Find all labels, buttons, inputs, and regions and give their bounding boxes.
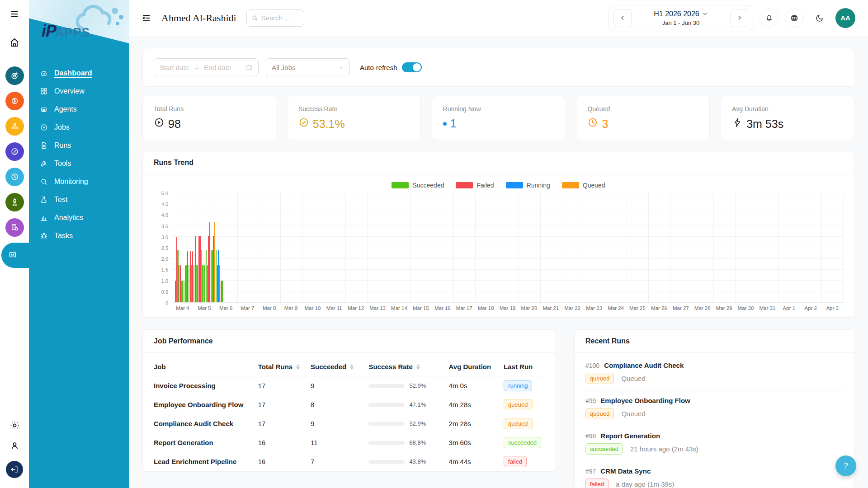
end-date-placeholder[interactable]: End date <box>204 64 231 71</box>
table-header-row: Job Total Runs Succeeded Success Rate Av… <box>154 356 545 376</box>
x-axis-tick: Mar 28 <box>692 305 713 311</box>
date-range-picker[interactable]: Start date → End date <box>154 58 259 76</box>
chart-bar-succeeded <box>202 265 203 302</box>
next-period-button[interactable] <box>730 9 748 27</box>
logout-icon[interactable] <box>6 461 23 478</box>
y-axis-tick: 4.0 <box>161 212 168 218</box>
run-name: Report Generation <box>600 432 660 440</box>
stat-value: 3m 53s <box>746 117 783 131</box>
search-input[interactable] <box>261 14 299 22</box>
column-header-total-runs[interactable]: Total Runs <box>258 356 311 376</box>
stat-value: 98 <box>168 117 181 131</box>
recent-run-item[interactable]: #100 Compliance Audit Check queued Queue… <box>585 356 843 391</box>
clock-icon <box>587 117 598 128</box>
workflow-app-icon[interactable] <box>5 117 24 136</box>
app-logo[interactable]: iP APPS <box>29 0 129 57</box>
legend-item-running[interactable]: Running <box>506 182 550 189</box>
clock-app-icon[interactable] <box>5 168 24 186</box>
column-header-succeeded[interactable]: Succeeded <box>311 356 368 376</box>
status-badge: queued <box>585 408 614 419</box>
table-row[interactable]: Compliance Audit Check 17 9 52.9% 2m 28s… <box>154 414 545 433</box>
avg-duration-cell: 4m 0s <box>449 376 504 395</box>
auto-refresh-toggle[interactable] <box>402 62 422 72</box>
sidebar-item-jobs[interactable]: Jobs <box>29 118 129 136</box>
success-rate-value: 68.8% <box>409 439 426 446</box>
chart-bar-succeeded <box>201 250 202 302</box>
sidebar-item-dashboard[interactable]: Dashboard <box>29 64 129 82</box>
x-axis-tick: Mar 13 <box>367 305 388 311</box>
search-box[interactable] <box>246 9 304 27</box>
sidebar-item-runs[interactable]: Runs <box>29 136 129 155</box>
table-row[interactable]: Lead Enrichment Pipeline 16 7 43.8% 4m 4… <box>154 452 545 471</box>
sidebar-item-agents[interactable]: Agents <box>29 100 129 118</box>
language-globe-icon[interactable] <box>785 9 804 28</box>
docs-app-icon[interactable] <box>5 218 24 237</box>
avg-duration-cell: 4m 28s <box>449 395 504 414</box>
rail-active-app-tasks[interactable] <box>1 243 56 268</box>
recent-run-item[interactable]: #97 CRM Data Sync failed a day ago (1m 3… <box>585 461 843 488</box>
gauge-app-icon[interactable] <box>5 142 24 161</box>
chart-bar-succeeded <box>216 250 217 302</box>
grid-icon <box>40 87 48 95</box>
idea-app-icon[interactable] <box>5 193 24 211</box>
bar-chart-icon <box>40 214 48 222</box>
table-row[interactable]: Invoice Processing 17 9 52.9% 4m 0s runn… <box>154 376 545 395</box>
brain-app-icon[interactable] <box>5 92 24 110</box>
stat-value: 1 <box>450 117 457 130</box>
total-runs-cell: 17 <box>258 376 311 395</box>
sidebar-item-label: Tasks <box>54 232 73 240</box>
sidebar-item-tools[interactable]: Tools <box>29 155 129 173</box>
chevron-down-icon <box>702 11 708 17</box>
x-axis-tick: Apr 1 <box>778 305 800 311</box>
user-avatar[interactable]: AA <box>835 8 855 28</box>
x-axis-tick: Mar 16 <box>432 305 453 311</box>
x-axis-tick: Mar 27 <box>670 305 692 311</box>
legend-item-queued[interactable]: Queued <box>562 182 605 189</box>
table-row[interactable]: Employee Onboarding Flow 17 8 47.1% 4m 2… <box>154 395 545 414</box>
filter-bar: Start date → End date All Jobs Auto-refr… <box>142 48 854 87</box>
column-header-job: Job <box>154 356 258 376</box>
bug-icon <box>40 232 48 240</box>
sort-icon[interactable] <box>296 364 300 370</box>
sidebar-item-monitoring[interactable]: Monitoring <box>29 173 129 191</box>
stat-label: Running Now <box>443 105 554 113</box>
hamburger-menu-icon[interactable] <box>9 9 19 21</box>
chart-bar-succeeded <box>193 265 194 302</box>
table-row[interactable]: Report Generation 16 11 68.8% 3m 60s suc… <box>154 433 545 452</box>
start-date-placeholder[interactable]: Start date <box>160 64 189 71</box>
succeeded-cell: 9 <box>311 376 368 395</box>
run-id: #100 <box>585 362 599 369</box>
recent-run-item[interactable]: #99 Employee Onboarding Flow queued Queu… <box>585 391 843 426</box>
help-button[interactable]: ? <box>835 455 856 476</box>
total-runs-cell: 17 <box>258 395 311 414</box>
recent-run-item[interactable]: #98 Report Generation succeeded 21 hours… <box>585 426 843 461</box>
sort-icon[interactable] <box>350 364 354 370</box>
sidebar-item-label: Test <box>54 196 67 204</box>
robot-app-icon <box>8 249 18 261</box>
sidebar-item-overview[interactable]: Overview <box>29 82 129 100</box>
home-icon[interactable] <box>9 37 20 50</box>
sort-icon[interactable] <box>416 364 420 370</box>
x-axis-tick: Apr 3 <box>821 305 843 311</box>
profile-person-icon[interactable] <box>9 441 20 453</box>
sidebar-item-analytics[interactable]: Analytics <box>29 209 129 227</box>
legend-item-succeeded[interactable]: Succeeded <box>392 182 444 189</box>
menu-fold-icon[interactable] <box>142 13 151 23</box>
succeeded-cell: 9 <box>311 414 368 433</box>
settings-gear-icon[interactable] <box>9 420 20 432</box>
column-header-success-rate[interactable]: Success Rate <box>368 356 448 376</box>
dark-mode-moon-icon[interactable] <box>810 9 829 28</box>
target-app-icon[interactable] <box>5 66 24 85</box>
progress-bar <box>368 384 405 388</box>
previous-period-button[interactable] <box>613 9 632 27</box>
chart-bar-succeeded <box>184 281 184 302</box>
legend-item-failed[interactable]: Failed <box>456 182 494 189</box>
sidebar-item-test[interactable]: Test <box>29 191 129 209</box>
notifications-bell-icon[interactable] <box>760 9 778 28</box>
check-circle-icon <box>298 117 309 128</box>
sidebar-item-label: Dashboard <box>54 69 92 77</box>
logo-text-apps: APPS <box>55 26 90 40</box>
period-dropdown[interactable]: H1 2026 2026 <box>654 10 708 18</box>
jobs-filter-select[interactable]: All Jobs <box>266 58 350 76</box>
sidebar-item-tasks[interactable]: Tasks <box>29 227 129 245</box>
